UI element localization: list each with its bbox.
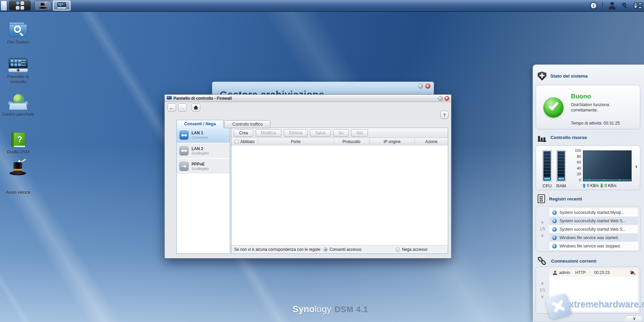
panel-collapse-tab[interactable]: ∨ <box>621 315 643 322</box>
recent-logs-card: ∧ 1/5 ∨ i System successfully started My… <box>536 206 640 251</box>
rules-table-body[interactable] <box>231 145 448 245</box>
info-icon: i <box>552 210 557 215</box>
search-icon[interactable] <box>621 2 629 9</box>
interface-name: PPPoE <box>192 162 209 167</box>
desktop-icon-quick-start[interactable]: ✦ Avvio veloce <box>0 160 36 195</box>
status-message: DiskStation funziona correttamente. <box>571 102 633 113</box>
magic-hat-desktop-icon: ✦ <box>8 160 28 177</box>
package-center-icon <box>8 94 28 110</box>
file-station-icon <box>8 21 28 38</box>
forward-button[interactable]: → <box>178 103 187 111</box>
log-row[interactable]: i System successfully started Web S... <box>549 217 638 225</box>
rules-toolbar: Crea Modifica Elimina Salva Su Giù <box>231 128 448 138</box>
firewall-window: Pannello di controllo - Firewall ← → ? C… <box>164 94 451 259</box>
resource-monitor-card: CPU RAM 100 80 60 40 20 0 0 KB/s 0 KB/s … <box>536 145 640 190</box>
show-desktop-button[interactable] <box>1 1 7 10</box>
desktop: i File Station Pannello di controllo Cen… <box>0 0 644 322</box>
window-titlebar[interactable]: Pannello di controllo - Firewall <box>165 95 451 102</box>
network-activity-chart <box>583 150 632 181</box>
move-up-button[interactable]: Su <box>333 129 349 137</box>
chevron-down-icon: ∨ <box>633 317 636 320</box>
select-all-checkbox[interactable] <box>235 140 238 143</box>
interface-status: Connesso <box>192 135 208 140</box>
connections-pager: ∧ 1/1 ∨ <box>536 267 549 313</box>
page-up-icon[interactable]: ∧ <box>541 221 544 224</box>
connections-card: ∧ 1/1 ∨ admin HTTP 00:23:23 <box>536 267 640 314</box>
connections-header: Connessioni correnti <box>538 256 596 266</box>
log-row[interactable]: i Windows file service was started. <box>549 233 638 242</box>
log-rows: i System successfully started Mysql... i… <box>549 208 638 249</box>
upload-arrow-icon <box>582 184 586 188</box>
dsm-branding: Synology DSM 4.1 <box>292 304 368 315</box>
help-button[interactable]: ? <box>440 111 448 119</box>
interface-status: Scollegato <box>192 167 209 171</box>
interface-item-pppoe[interactable]: PPPoE Scollegato <box>177 159 230 174</box>
section-title: Stato del sistema <box>550 74 588 79</box>
log-row[interactable]: i Windows file service was stopped. <box>549 242 638 250</box>
system-status-header: Stato del sistema <box>538 72 588 81</box>
home-icon <box>194 105 198 109</box>
connection-row[interactable]: admin HTTP 00:23:23 <box>549 269 638 277</box>
info-icon: i <box>552 244 557 248</box>
pppoe-icon <box>179 162 189 171</box>
save-button[interactable]: Salva <box>310 129 331 137</box>
cpu-label: CPU <box>540 183 554 188</box>
document-icon <box>538 194 545 203</box>
create-button[interactable]: Crea <box>234 129 253 137</box>
rules-panel: Crea Modifica Elimina Salva Su Giù Abili… <box>231 128 448 254</box>
home-button[interactable] <box>192 103 200 111</box>
disconnect-icon[interactable] <box>630 270 636 275</box>
interface-list: LAN 1 Connesso LAN 2 Scollegato <box>176 128 230 254</box>
log-row[interactable]: i System successfully started Web S... <box>549 225 638 233</box>
open-resource-monitor-chevron[interactable]: › <box>635 163 637 170</box>
pilot-view-icon[interactable] <box>634 2 642 9</box>
desktop-icon-label: Pannello di controllo <box>0 74 36 84</box>
allow-access-radio[interactable] <box>323 247 328 252</box>
back-button[interactable]: ← <box>167 103 176 111</box>
page-down-icon[interactable]: ∨ <box>541 295 544 298</box>
page-indicator: 1/1 <box>540 288 545 292</box>
rules-table-header: Abilitato Porte Protocollo IP origine Az… <box>231 138 448 145</box>
close-button[interactable] <box>444 96 449 101</box>
quick-launch-task-button[interactable] <box>35 1 51 10</box>
interface-item-lan1[interactable]: LAN 1 Connesso <box>177 128 230 143</box>
desktop-icon-file-station[interactable]: File Station <box>0 21 36 45</box>
log-row[interactable]: i System successfully started Mysql... <box>549 208 638 217</box>
interface-item-lan2[interactable]: LAN 2 Scollegato <box>177 143 230 158</box>
storage-manager-window[interactable]: Gestore archiviazione <box>212 82 434 96</box>
deny-access-radio[interactable] <box>395 247 400 252</box>
info-icon[interactable]: i <box>590 2 597 9</box>
close-button[interactable] <box>425 84 430 89</box>
tab-traffic-control[interactable]: Controllo traffico <box>224 120 270 128</box>
dsm-version: DSM 4.1 <box>335 305 368 314</box>
section-title: Connessioni correnti <box>551 259 596 264</box>
column-ports[interactable]: Porte <box>258 138 333 145</box>
edit-button[interactable]: Modifica <box>256 129 281 137</box>
taskbar-tray: i <box>590 0 642 11</box>
user-icon[interactable] <box>608 2 616 9</box>
minimize-button[interactable] <box>438 96 443 101</box>
magic-hat-icon <box>39 3 47 9</box>
page-up-icon[interactable]: ∧ <box>541 282 544 285</box>
move-down-button[interactable]: Giù <box>351 129 368 137</box>
page-down-icon[interactable]: ∨ <box>541 234 544 237</box>
desktop-icon-dsm-help[interactable]: ? Guida DSM <box>0 132 36 154</box>
column-action[interactable]: Azione <box>415 138 448 145</box>
delete-button[interactable]: Elimina <box>284 129 308 137</box>
interface-name: LAN 1 <box>192 131 208 135</box>
upload-rate: 0 KB/s <box>587 183 599 188</box>
ram-meter <box>557 150 566 181</box>
desktop-icon-control-panel[interactable]: Pannello di controllo <box>0 58 36 84</box>
main-menu-icon <box>16 1 24 10</box>
chain-link-icon <box>538 256 547 266</box>
control-panel-task-button[interactable] <box>53 1 70 10</box>
column-source-ip[interactable]: IP origine <box>370 138 415 145</box>
info-icon: i <box>552 219 557 223</box>
tab-allow-deny[interactable]: Consenti / Nega <box>176 120 223 128</box>
column-enabled[interactable]: Abilitato <box>231 138 258 145</box>
main-menu-button[interactable] <box>9 1 31 10</box>
column-protocol[interactable]: Protocollo <box>333 138 370 145</box>
info-icon: i <box>552 235 557 240</box>
minimize-button[interactable] <box>418 84 423 89</box>
desktop-icon-package-center[interactable]: Centro pacchetti <box>0 94 36 117</box>
